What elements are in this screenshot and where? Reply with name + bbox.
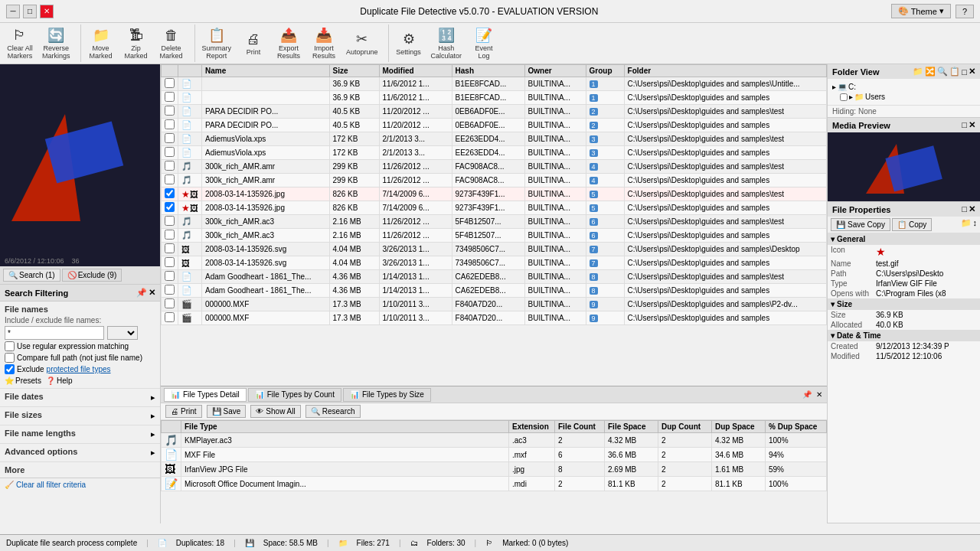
row-check[interactable] (162, 119, 178, 132)
row-check[interactable] (162, 201, 178, 215)
copy-button[interactable]: 📋 Copy (892, 218, 932, 231)
filter-namelengths-section[interactable]: File name lengths ▸ (0, 425, 160, 444)
ft-col-count[interactable]: File Count (555, 421, 605, 433)
results-table-wrap[interactable]: Name Size Modified Hash Owner Group Fold… (161, 64, 827, 386)
move-marked-button[interactable]: 📁 MoveMarked (84, 24, 118, 62)
ft-col-type[interactable]: File Type (181, 421, 509, 433)
col-owner[interactable]: Owner (524, 65, 586, 77)
status-duplicates-icon: 📄 (158, 539, 167, 547)
summary-report-button[interactable]: 📋 SummaryReport (198, 24, 236, 62)
row-check[interactable] (162, 187, 178, 201)
media-preview-expand[interactable]: □ (962, 120, 967, 130)
filter-name-dropdown[interactable] (107, 326, 138, 340)
file-props-close[interactable]: ✕ (969, 204, 975, 214)
size-section-title[interactable]: ▾ Size (828, 298, 980, 310)
row-check[interactable] (162, 77, 178, 91)
col-modified[interactable]: Modified (379, 65, 452, 77)
event-log-button[interactable]: 📝 EventLog (467, 24, 501, 62)
row-check[interactable] (162, 256, 178, 270)
row-check[interactable] (162, 91, 178, 105)
restore-btn[interactable]: □ (23, 5, 37, 18)
folder-view-close[interactable]: ✕ (969, 67, 975, 77)
row-check[interactable] (162, 270, 178, 284)
folder-view-icon2[interactable]: 🔀 (925, 67, 936, 77)
folder-view-icon1[interactable]: 📁 (913, 67, 923, 77)
theme-btn[interactable]: 🎨 Theme ▾ (891, 4, 951, 18)
row-check[interactable] (162, 284, 178, 298)
bottom-print-button[interactable]: 🖨 Print (165, 405, 202, 418)
delete-marked-button[interactable]: 🗑 DeleteMarked (155, 25, 188, 62)
tree-users[interactable]: ▸ 📁 Users (831, 92, 977, 102)
file-props-icon2[interactable]: ↕ (973, 218, 978, 231)
ft-col-ext[interactable]: Extension (509, 421, 555, 433)
file-props-icon1[interactable]: 📁 (961, 218, 972, 231)
reverse-markings-button[interactable]: 🔄 ReverseMarkings (38, 24, 74, 62)
import-results-button[interactable]: 📥 ImportResults (307, 24, 341, 62)
bottom-show-all-button[interactable]: 👁 Show All (250, 405, 300, 418)
row-check[interactable] (162, 105, 178, 119)
col-hash[interactable]: Hash (452, 65, 524, 77)
col-name[interactable]: Name (202, 65, 330, 77)
settings-button[interactable]: ⚙ Settings (392, 28, 426, 58)
filter-advanced-section[interactable]: Advanced options ▸ (0, 444, 160, 462)
row-check[interactable] (162, 243, 178, 256)
clear-all-button[interactable]: 🏳 Clear AllMarkers (3, 25, 37, 62)
save-copy-button[interactable]: 💾 Save Copy (831, 218, 890, 231)
filter-close-icon[interactable]: ✕ (149, 288, 155, 298)
hash-calculator-button[interactable]: 🔢 HashCalculator (427, 24, 466, 62)
row-check[interactable] (162, 229, 178, 243)
export-results-button[interactable]: 📤 ExportResults (272, 24, 305, 62)
help-filter-button[interactable]: ❓ Help (46, 377, 73, 385)
row-check[interactable] (162, 146, 178, 160)
tab-filetypes-detail[interactable]: 📊 File Types Detail (164, 388, 247, 402)
file-props-expand[interactable]: □ (962, 204, 967, 214)
filter-dates-section[interactable]: File dates ▸ (0, 389, 160, 407)
folder-view-icon3[interactable]: 🔍 (937, 67, 948, 77)
clear-filter-button[interactable]: 🧹 Clear all filter criteria (0, 478, 160, 491)
date-section-title[interactable]: ▾ Date & Time (828, 330, 980, 341)
ft-col-dupspace[interactable]: Dup Space (712, 421, 766, 433)
ft-col-pctspace[interactable]: % Dup Space (766, 421, 827, 433)
media-preview-close[interactable]: ✕ (969, 120, 975, 130)
filter-sizes-section[interactable]: File sizes ▸ (0, 407, 160, 425)
more-link[interactable]: More (0, 462, 160, 478)
bottom-research-button[interactable]: 🔍 Research (305, 405, 361, 418)
col-folder[interactable]: Folder (624, 65, 826, 77)
minimize-btn[interactable]: ─ (6, 5, 20, 18)
protected-link[interactable]: protected file types (47, 365, 111, 373)
filter-name-input[interactable] (5, 326, 104, 340)
exclude-tab[interactable]: 🚫 Exclude (9) (62, 269, 122, 282)
folder-view-expand[interactable]: □ (962, 67, 967, 77)
regex-checkbox[interactable] (5, 341, 15, 351)
tab-filetypes-count[interactable]: 📊 File Types by Count (248, 388, 341, 402)
col-group[interactable]: Group (586, 65, 624, 77)
print-button[interactable]: 🖨 Print (237, 29, 270, 58)
row-check[interactable] (162, 132, 178, 146)
bottom-save-button[interactable]: 💾 Save (207, 405, 247, 418)
close-btn[interactable]: ✕ (40, 5, 54, 18)
tree-users-check[interactable] (840, 93, 848, 101)
fullpath-checkbox[interactable] (5, 353, 15, 363)
search-tab[interactable]: 🔍 Search (1) (3, 269, 60, 282)
bottom-panel-close[interactable]: ✕ (815, 389, 824, 400)
col-size[interactable]: Size (329, 65, 379, 77)
row-check[interactable] (162, 298, 178, 311)
row-check[interactable] (162, 174, 178, 187)
row-check[interactable] (162, 311, 178, 325)
bottom-table-wrap[interactable]: File Type Extension File Count File Spac… (161, 420, 827, 523)
ft-col-space[interactable]: File Space (605, 421, 658, 433)
ft-col-dupcount[interactable]: Dup Count (658, 421, 712, 433)
tree-root[interactable]: ▸ 💻 C: (831, 82, 977, 92)
autoprune-button[interactable]: ✂ Autoprune (342, 28, 382, 58)
folder-view-icon4[interactable]: 📋 (949, 67, 960, 77)
filter-pin-icon[interactable]: 📌 (136, 288, 147, 298)
general-section-title[interactable]: ▾ General (828, 233, 980, 245)
tab-filetypes-size[interactable]: 📊 File Types by Size (343, 388, 431, 402)
protected-checkbox[interactable] (5, 364, 15, 374)
row-check[interactable] (162, 160, 178, 174)
zip-marked-button[interactable]: 🗜 ZipMarked (119, 25, 153, 62)
row-check[interactable] (162, 215, 178, 229)
bottom-panel-pin[interactable]: 📌 (801, 389, 813, 400)
presets-button[interactable]: ⭐ Presets (5, 377, 41, 385)
help-btn[interactable]: ? (956, 5, 974, 18)
